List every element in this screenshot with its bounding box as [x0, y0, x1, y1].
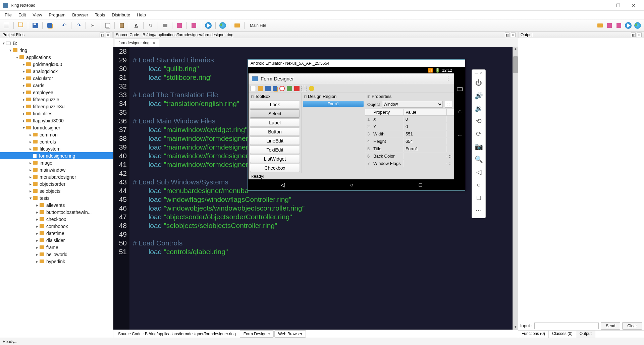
menu-edit[interactable]: Edit [15, 11, 29, 19]
expand-icon[interactable]: ▸ [29, 147, 32, 151]
emu-camera-icon[interactable]: 📷 [472, 140, 485, 153]
code-line[interactable]: load "mainwindow/formdesigner [129, 134, 248, 143]
code-line[interactable]: load "mainwindow/formdesigner [129, 143, 248, 152]
property-row[interactable]: 6Back Color:: [365, 153, 454, 160]
bottom-tab-webbrowser[interactable]: Web Browser [274, 330, 306, 338]
expand-icon[interactable]: ▾ [22, 125, 25, 130]
emu-more-icon[interactable]: ⋯ [472, 204, 485, 217]
expand-icon[interactable]: ▸ [29, 139, 32, 144]
output-tab-functions[interactable]: Functions (0) [518, 331, 549, 338]
panel-float-icon[interactable]: ◧ [100, 33, 104, 37]
expand-icon[interactable]: ▾ [15, 55, 19, 60]
output-tab-classes[interactable]: Classes (0) [549, 331, 576, 338]
paste-button[interactable] [118, 22, 125, 29]
expand-icon[interactable]: ▸ [22, 83, 25, 88]
tree-item[interactable]: ▸cards [0, 82, 113, 89]
emu-back-icon[interactable]: ← [457, 132, 463, 139]
expand-icon[interactable]: ▾ [29, 196, 32, 200]
code-line[interactable]: # Load Controls [129, 239, 182, 247]
object-select[interactable]: Window [382, 101, 443, 108]
expand-icon[interactable]: ▸ [22, 62, 25, 67]
emu-recent2-icon[interactable]: □ [472, 191, 485, 204]
redo-button[interactable]: ↷ [75, 22, 82, 29]
app-stop-icon[interactable] [279, 86, 285, 91]
app-select-icon[interactable] [302, 86, 307, 91]
design-body[interactable]: Form1 [302, 100, 365, 173]
tree-item[interactable]: ▸common [0, 131, 113, 138]
nav-home-icon[interactable]: ○ [350, 182, 354, 188]
tree-item[interactable]: ▸fifteenpuzzle3d [0, 103, 113, 110]
expand-icon[interactable]: ▸ [22, 118, 25, 123]
tree-item[interactable]: ▸flappybird3000 [0, 117, 113, 124]
expand-icon[interactable]: ▸ [36, 217, 39, 222]
tool-button[interactable]: Button [250, 127, 300, 136]
tree-item[interactable]: formdesigner.ring [0, 152, 113, 159]
emulator-titlebar[interactable]: Android Emulator - Nexus_5X_API_25:5554 [248, 60, 465, 67]
expand-icon[interactable]: ▸ [29, 175, 32, 179]
tool-label[interactable]: Label [250, 118, 300, 127]
tree-item[interactable]: ▸selobjects [0, 187, 113, 194]
code-line[interactable]: # Load Standard Libraries [129, 56, 214, 64]
emu-volup-icon[interactable]: 🔊 [472, 89, 485, 102]
android-emulator-window[interactable]: Android Emulator - Nexus_5X_API_25:5554 … [248, 59, 465, 191]
app-open-icon[interactable] [258, 86, 263, 91]
property-row[interactable]: 4Height654 [365, 138, 454, 145]
tree-item[interactable]: ▸mainwindow [0, 166, 113, 173]
tree-item[interactable]: ▸findinfiles [0, 110, 113, 117]
editor-tab[interactable]: formdesigner.ring ✕ [115, 39, 159, 47]
run-button[interactable] [205, 22, 212, 29]
expand-icon[interactable]: ▸ [22, 90, 25, 95]
expand-icon[interactable]: ▸ [29, 168, 32, 172]
set-main-button[interactable] [233, 22, 241, 29]
run-web-button[interactable] [219, 22, 226, 29]
minimize-button[interactable]: — [595, 0, 610, 10]
output-tab-output[interactable]: Output [576, 331, 595, 338]
tool-textedit[interactable]: TextEdit [250, 146, 300, 154]
nav-recent-icon[interactable]: □ [419, 182, 422, 188]
property-row[interactable]: 2Y0 [365, 123, 454, 130]
code-line[interactable]: # Load Main Window Files [129, 117, 215, 125]
expand-icon[interactable]: ▸ [36, 224, 39, 229]
code-line[interactable]: load "mainwindow/qwidget.ring" [129, 125, 248, 134]
tree-item[interactable]: ▸analogclock [0, 68, 113, 75]
send-button[interactable]: Send [601, 322, 620, 330]
close-button[interactable]: ✕ [626, 0, 641, 10]
clear-button[interactable]: Clear [622, 322, 642, 330]
code-line[interactable]: load "windowflags/windowflagsController.… [129, 195, 291, 204]
expand-icon[interactable]: ▸ [36, 210, 39, 215]
expand-icon[interactable]: ▾ [2, 41, 5, 46]
property-row[interactable]: 3Width551 [365, 130, 454, 138]
property-row[interactable]: 7Window Flags:: [365, 160, 454, 167]
nav-back-icon[interactable]: ◁ [281, 182, 285, 188]
tree-item[interactable]: ▾tests [0, 194, 113, 202]
save-all-button[interactable] [46, 22, 53, 29]
attach-button[interactable]: ⚲ [147, 22, 154, 29]
tree-item[interactable]: ▾applications [0, 54, 113, 61]
expand-icon[interactable]: ▸ [29, 161, 32, 165]
bottom-tab-formdesigner[interactable]: Form Designer [240, 330, 274, 338]
emu-power-icon[interactable]: ⏻ [472, 76, 485, 89]
editor-float-icon[interactable]: ◧ [505, 33, 509, 37]
tree-item[interactable]: ▸checkbox [0, 216, 113, 223]
design-form-item[interactable]: Form1 [303, 101, 364, 107]
code-line[interactable]: load "windowobjects/windowobjectscontrol… [129, 204, 305, 213]
debug2-button[interactable] [606, 22, 613, 29]
tree-item[interactable]: ▸helloworld [0, 251, 113, 258]
tree-item[interactable]: ▸controls [0, 138, 113, 145]
tool-checkbox[interactable]: Checkbox [250, 164, 300, 172]
code-line[interactable]: load "menubardesigner/menuba [129, 186, 249, 195]
tree-item[interactable]: ▸menubardesigner [0, 173, 113, 180]
expand-icon[interactable]: ▸ [36, 259, 39, 264]
bottom-tab-path[interactable]: Source Code : B:/ring/applications/formd… [115, 331, 239, 337]
cut-button[interactable]: ✂ [89, 22, 97, 29]
code-line[interactable]: load "objectsorder/objectsorderControlle… [129, 213, 292, 221]
app-new-icon[interactable] [251, 86, 256, 91]
expand-icon[interactable]: ▸ [22, 76, 25, 81]
emu-home2-icon[interactable]: ○ [472, 178, 485, 191]
tree-item[interactable]: ▸calculator [0, 75, 113, 82]
tree-item[interactable]: ▸dialslider [0, 237, 113, 244]
emu-rotright-icon[interactable]: ⟳ [472, 127, 485, 140]
tree-item[interactable]: ▸datetime [0, 230, 113, 237]
expand-icon[interactable]: ▸ [22, 104, 25, 109]
output-float-icon[interactable]: ◧ [631, 33, 636, 37]
